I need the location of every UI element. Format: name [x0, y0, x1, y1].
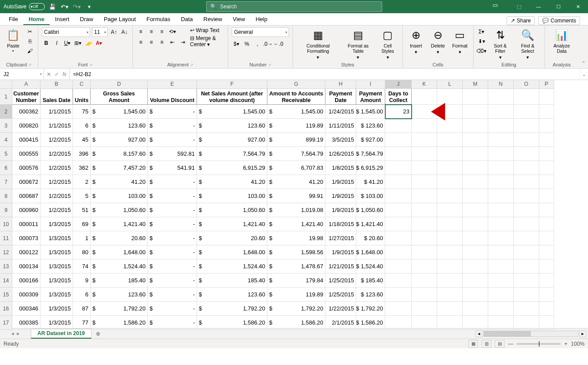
cell[interactable] [514, 105, 539, 119]
italic-button[interactable]: I [52, 39, 61, 47]
cell[interactable] [488, 189, 514, 203]
cell[interactable] [539, 245, 554, 259]
cell[interactable]: 362 [73, 161, 91, 175]
cell[interactable]: $ 123.60 [356, 119, 385, 133]
cell[interactable] [514, 175, 539, 189]
cell[interactable] [488, 288, 514, 302]
cell[interactable]: 1/3/2015 [40, 259, 73, 274]
cell[interactable] [437, 147, 463, 161]
cell[interactable] [385, 288, 412, 302]
font-dialog-icon[interactable]: ⤢ [90, 63, 93, 67]
tab-formulas[interactable]: Formulas [141, 14, 175, 25]
cell[interactable]: 3/5/2015 [325, 133, 356, 147]
cell[interactable]: 000555 [12, 147, 40, 161]
cell[interactable] [385, 259, 412, 274]
cell[interactable] [385, 119, 412, 133]
increase-font-icon[interactable]: A↑ [110, 28, 118, 36]
col-header-L[interactable]: L [437, 80, 463, 89]
cell[interactable]: 000134 [12, 259, 40, 274]
scroll-left-icon[interactable]: ◄ [475, 330, 482, 337]
align-top-icon[interactable]: ≡ [136, 27, 145, 36]
cell[interactable]: $- [148, 203, 197, 217]
tab-view[interactable]: View [227, 14, 250, 25]
cell[interactable]: 1/2/2015 [40, 175, 73, 189]
cell[interactable]: $41.20 [91, 175, 148, 189]
cell[interactable]: 5 [73, 189, 91, 203]
cell[interactable] [488, 245, 514, 259]
page-break-icon[interactable]: ▤ [495, 340, 504, 348]
cell[interactable] [463, 302, 488, 316]
tab-data[interactable]: Data [175, 14, 198, 25]
col-header-N[interactable]: N [488, 80, 514, 89]
underline-button[interactable]: U▾ [63, 39, 72, 47]
zoom-in-icon[interactable]: + [564, 341, 567, 347]
tab-home[interactable]: Home [23, 14, 50, 25]
cell[interactable]: 1/3/2015 [40, 245, 73, 259]
copy-icon[interactable]: ⎘ [26, 37, 34, 46]
cell[interactable]: 80 [73, 245, 91, 259]
cell[interactable] [463, 161, 488, 175]
orientation-icon[interactable]: ⟲▾ [168, 27, 177, 36]
cell[interactable]: $ 103.00 [356, 189, 385, 203]
tab-draw[interactable]: Draw [75, 14, 99, 25]
header-cell[interactable]: Payment Date [325, 89, 356, 105]
cell[interactable]: $- [148, 274, 197, 288]
formula-input[interactable]: =H2-B2 [69, 69, 579, 80]
name-box[interactable]: J2 [0, 69, 44, 80]
cell[interactable] [539, 105, 554, 119]
decrease-decimal-icon[interactable]: ←.0 [274, 40, 283, 48]
cell[interactable] [539, 161, 554, 175]
cell[interactable] [437, 316, 463, 330]
cell[interactable]: 000960 [12, 203, 40, 217]
col-header-B[interactable]: B [40, 80, 73, 89]
cell[interactable]: $1,478.67 [267, 259, 325, 274]
header-cell[interactable]: Sales Date [40, 89, 73, 105]
align-right-icon[interactable]: ≡ [157, 38, 166, 47]
col-header-D[interactable]: D [91, 80, 148, 89]
cell[interactable]: 1/3/2015 [40, 288, 73, 302]
number-dialog-icon[interactable]: ⤢ [268, 63, 271, 67]
cell[interactable]: 1/2/2015 [40, 147, 73, 161]
col-header-F[interactable]: F [197, 80, 267, 89]
cell[interactable]: 000011 [12, 217, 40, 231]
cell[interactable]: $- [148, 245, 197, 259]
cell[interactable]: $ 1,648.00 [356, 245, 385, 259]
cell[interactable]: 000073 [12, 231, 40, 245]
qat-customize-icon[interactable]: ▼ [84, 2, 94, 11]
cell[interactable] [412, 217, 437, 231]
cell[interactable] [412, 189, 437, 203]
cell[interactable]: 77 [73, 316, 91, 330]
font-size-combo[interactable]: 11 [92, 27, 108, 37]
row-header-12[interactable]: 12 [0, 245, 12, 259]
cell[interactable]: $1,586.20 [197, 316, 267, 330]
cell[interactable]: 1/2/2015 [40, 133, 73, 147]
cell[interactable] [463, 274, 488, 288]
zoom-slider[interactable] [517, 343, 561, 345]
row-header-4[interactable]: 4 [0, 133, 12, 147]
cell[interactable]: 000415 [12, 133, 40, 147]
cell[interactable] [463, 89, 488, 105]
cell[interactable]: 396 [73, 147, 91, 161]
cell[interactable] [385, 189, 412, 203]
tab-help[interactable]: Help [250, 14, 273, 25]
cell[interactable] [539, 189, 554, 203]
align-middle-icon[interactable]: ≡ [147, 27, 156, 36]
cell[interactable]: $- [148, 259, 197, 274]
cell[interactable] [463, 245, 488, 259]
cell[interactable] [463, 189, 488, 203]
cell-styles-button[interactable]: ▢Cell Styles▾ [376, 27, 398, 61]
cell[interactable]: $- [148, 189, 197, 203]
cell[interactable] [437, 189, 463, 203]
sheet-tab[interactable]: AR Dataset in 2019 [31, 328, 91, 339]
cell[interactable] [412, 175, 437, 189]
cell[interactable]: $7,457.20 [91, 161, 148, 175]
cell[interactable] [488, 316, 514, 330]
cell[interactable]: $- [148, 175, 197, 189]
cell[interactable]: $927.00 [91, 133, 148, 147]
header-cell[interactable]: Units [73, 89, 91, 105]
format-button[interactable]: ▭Format▾ [450, 27, 470, 56]
cell[interactable]: 1/3/2015 [40, 217, 73, 231]
cell[interactable] [385, 203, 412, 217]
cell[interactable] [412, 161, 437, 175]
cell[interactable] [385, 175, 412, 189]
